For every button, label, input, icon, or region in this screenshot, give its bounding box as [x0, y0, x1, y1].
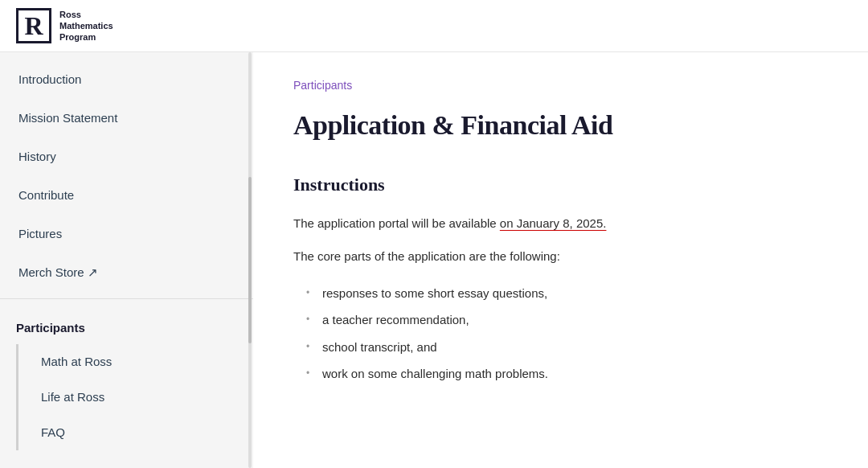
participants-section-header: Participants	[0, 306, 253, 344]
sidebar-item-merch-store[interactable]: Merch Store ↗	[0, 253, 253, 292]
list-item: work on some challenging math problems.	[306, 360, 828, 388]
scrollbar-thumb[interactable]	[248, 177, 252, 343]
sidebar-nav: Introduction Mission Statement History C…	[0, 52, 253, 458]
logo-letter: R	[16, 8, 51, 43]
instructions-heading: Instructions	[293, 170, 828, 199]
date-available: on January 8, 2025.	[500, 216, 607, 230]
sidebar-item-introduction[interactable]: Introduction	[0, 60, 253, 99]
breadcrumb[interactable]: Participants	[293, 76, 828, 94]
sidebar-item-math-at-ross[interactable]: Math at Ross	[16, 344, 253, 380]
paragraph-portal: The application portal will be available…	[293, 213, 828, 234]
sidebar-item-life-at-ross[interactable]: Life at Ross	[16, 380, 253, 415]
sidebar: Introduction Mission Statement History C…	[0, 52, 253, 468]
list-item: school transcript, and	[306, 334, 828, 361]
page-title: Application & Financial Aid	[293, 104, 828, 147]
bullet-list: responses to some short essay questions,…	[306, 280, 828, 388]
sidebar-item-history[interactable]: History	[0, 138, 253, 176]
header: R Ross Mathematics Program	[0, 0, 868, 52]
paragraph-core-parts: The core parts of the application are th…	[293, 246, 828, 267]
sidebar-divider	[0, 298, 253, 299]
sidebar-item-pictures[interactable]: Pictures	[0, 215, 253, 253]
main-content: Participants Application & Financial Aid…	[253, 52, 868, 468]
list-item: responses to some short essay questions,	[306, 280, 828, 307]
logo-text: Ross Mathematics Program	[59, 9, 113, 43]
sidebar-item-mission-statement[interactable]: Mission Statement	[0, 99, 253, 138]
logo[interactable]: R Ross Mathematics Program	[16, 8, 113, 43]
layout: Introduction Mission Statement History C…	[0, 52, 868, 468]
list-item: a teacher recommendation,	[306, 306, 828, 334]
sidebar-item-contribute[interactable]: Contribute	[0, 176, 253, 215]
sidebar-item-faq[interactable]: FAQ	[16, 415, 253, 450]
